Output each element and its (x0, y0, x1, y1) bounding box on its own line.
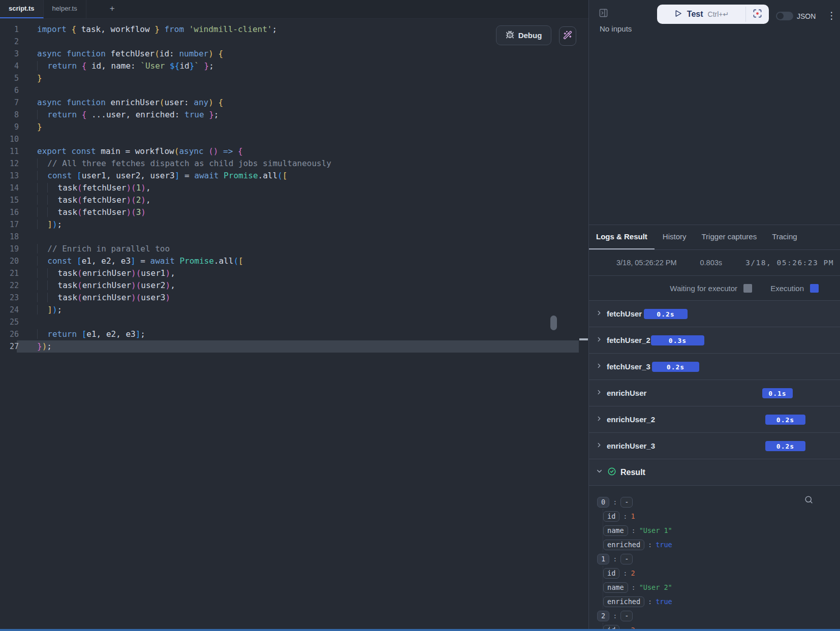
logs-tab-logs-result[interactable]: Logs & Result (589, 225, 655, 249)
debug-button-label: Debug (518, 31, 542, 40)
tab-script-ts[interactable]: script.ts (0, 0, 44, 18)
bug-icon (506, 30, 514, 41)
json-index-row: 1:- (597, 552, 840, 566)
json-value: "User 1" (639, 526, 672, 534)
logs-tab-history[interactable]: History (656, 225, 694, 249)
code-lines: import { task, workflow } from 'windmill… (37, 23, 579, 353)
json-index-key[interactable]: 1 (597, 554, 609, 564)
task-duration-bar[interactable]: 0.2s (644, 309, 688, 319)
test-button[interactable]: Test Ctrl+↵ (657, 5, 745, 24)
chevron-right-icon (596, 362, 603, 371)
ai-wand-button[interactable] (559, 26, 576, 46)
panel-collapse-icon[interactable] (599, 8, 608, 20)
json-index-key[interactable]: 0 (597, 497, 609, 508)
code-line: task(enrichUser)(user3) (37, 292, 579, 304)
json-key[interactable]: enriched (603, 540, 644, 550)
code-line: export const main = workflow(async () =>… (37, 145, 579, 157)
legend-waiting-swatch (743, 284, 752, 293)
task-row-enrichUser_3[interactable]: enrichUser_30.2s (589, 432, 840, 459)
code-line: task(fetchUser)(2), (37, 194, 579, 206)
json-value: true (656, 597, 672, 606)
code-editor[interactable]: 1234567891011121314151617181920212223242… (0, 19, 579, 631)
line-number: 24 (0, 304, 19, 316)
line-number: 7 (0, 97, 19, 109)
line-number: 27 (0, 340, 19, 353)
json-key[interactable]: id (603, 568, 619, 579)
result-json-tree: 0:-id:1name:"User 1"enriched:true1:-id:2… (597, 495, 840, 630)
code-line: task(fetchUser)(3) (37, 206, 579, 218)
task-name: enrichUser_3 (607, 441, 655, 450)
line-number: 17 (0, 218, 19, 231)
line-number: 18 (0, 231, 19, 243)
code-line: ]); (37, 304, 579, 316)
json-collapse-toggle[interactable]: - (620, 497, 633, 508)
run-times-row: 3/18, 05:26:22 PM 0.803s 3/18, 05:26:23 … (589, 249, 840, 275)
code-line: // Enrich in parallel too (37, 243, 579, 255)
logs-tab-trigger-captures[interactable]: Trigger captures (695, 225, 764, 249)
task-duration-bar[interactable]: 0.2s (652, 362, 699, 372)
more-options-button[interactable]: ⋮ (825, 10, 838, 21)
run-end-time: 3/18, 05:26:23 PM (745, 259, 834, 267)
json-key[interactable]: name (603, 525, 628, 536)
task-row-enrichUser[interactable]: enrichUser0.1s (589, 380, 840, 406)
line-number: 5 (0, 72, 19, 84)
line-number: 13 (0, 170, 19, 182)
test-shortcut: Ctrl+↵ (708, 10, 729, 18)
line-number: 4 (0, 60, 19, 72)
no-inputs-label: No inputs (600, 24, 632, 33)
json-toggle[interactable] (776, 12, 793, 20)
task-name: fetchUser_2 (607, 336, 650, 344)
search-result-icon[interactable] (804, 495, 814, 507)
line-number: 8 (0, 109, 19, 121)
json-key[interactable]: name (603, 582, 628, 593)
json-value: "User 2" (639, 583, 672, 591)
run-duration: 0.803s (700, 259, 723, 267)
json-key[interactable]: id (603, 511, 619, 522)
task-duration-bar[interactable]: 0.1s (762, 388, 793, 398)
task-duration-bar[interactable]: 0.2s (765, 441, 805, 451)
result-title: Result (620, 468, 645, 477)
bottom-accent-bar (0, 629, 840, 631)
result-header[interactable]: Result (589, 459, 840, 485)
json-field-row: id:2 (603, 566, 840, 580)
tab-helper-ts[interactable]: helper.ts (44, 0, 86, 18)
json-value: true (656, 541, 672, 549)
magic-wand-icon (563, 30, 572, 42)
task-duration-bar[interactable]: 0.3s (651, 335, 704, 345)
json-key[interactable]: enriched (603, 596, 644, 607)
capture-run-button[interactable] (746, 5, 769, 24)
json-toggle-label: JSON (797, 12, 816, 20)
task-row-enrichUser_2[interactable]: enrichUser_20.2s (589, 406, 840, 432)
legend-execution-label: Execution (770, 284, 804, 293)
line-number: 14 (0, 182, 19, 194)
new-tab-button[interactable]: + (104, 0, 121, 18)
task-row-fetchUser_3[interactable]: fetchUser_30.2s (589, 353, 840, 380)
json-collapse-toggle[interactable]: - (620, 611, 633, 621)
run-panel-header: No inputs Test Ctrl+↵ JSON ⋮ (589, 0, 840, 225)
json-collapse-toggle[interactable]: - (620, 554, 633, 564)
logs-tab-tracing[interactable]: Tracing (765, 225, 804, 249)
test-button-group: Test Ctrl+↵ (657, 5, 769, 24)
code-line: // All three fetches dispatch as child j… (37, 157, 579, 170)
code-line: return { id, name: `User ${id}` }; (37, 60, 579, 72)
code-line: async function fetchUser(id: number) { (37, 48, 579, 60)
code-line: task(enrichUser)(user1), (37, 267, 579, 279)
debug-button[interactable]: Debug (496, 25, 551, 45)
code-line: async function enrichUser(user: any) { (37, 97, 579, 109)
json-index-key[interactable]: 2 (597, 611, 609, 621)
json-field-row: name:"User 1" (603, 523, 840, 538)
chevron-right-icon (596, 389, 603, 398)
success-check-icon (607, 467, 616, 478)
task-row-fetchUser[interactable]: fetchUser0.2s (589, 300, 840, 327)
code-line (37, 84, 579, 97)
play-icon (674, 9, 682, 20)
task-duration-bar[interactable]: 0.2s (765, 415, 805, 425)
task-row-fetchUser_2[interactable]: fetchUser_20.3s (589, 327, 840, 353)
line-number: 9 (0, 121, 19, 133)
line-number: 11 (0, 145, 19, 157)
line-number: 25 (0, 316, 19, 328)
editor-scrollbar-thumb[interactable] (550, 316, 557, 330)
line-number: 15 (0, 194, 19, 206)
line-number: 22 (0, 279, 19, 292)
json-index-row: 2:- (597, 609, 840, 623)
